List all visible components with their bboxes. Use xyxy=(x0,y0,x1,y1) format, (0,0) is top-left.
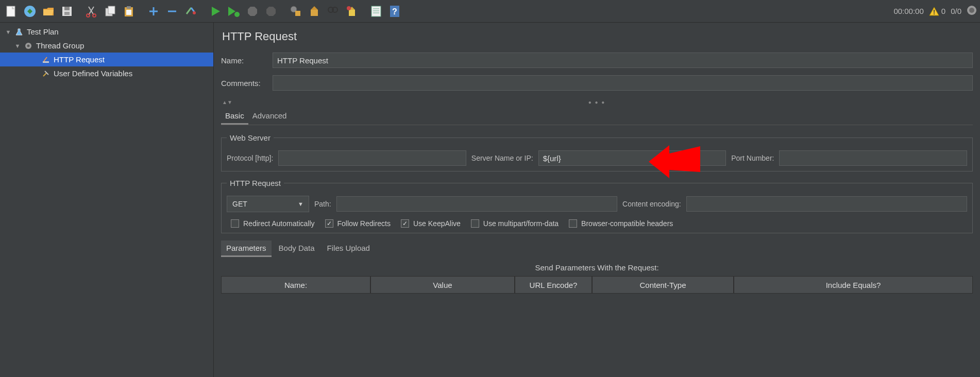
warn-count: 0 xyxy=(941,7,945,15)
encoding-input[interactable] xyxy=(686,196,967,212)
comments-label: Comments: xyxy=(221,79,267,88)
subtab-body-data[interactable]: Body Data xyxy=(274,241,320,257)
toolbar: ? 00:00:00 ! 0 0/0 xyxy=(0,0,980,23)
col-name[interactable]: Name: xyxy=(221,276,370,294)
svg-rect-23 xyxy=(295,11,300,16)
toolbar-status: 00:00:00 ! 0 0/0 xyxy=(893,5,977,17)
clear-all-icon[interactable] xyxy=(306,3,323,20)
sampler-icon xyxy=(41,55,50,64)
stop-icon[interactable] xyxy=(244,3,261,20)
svg-point-39 xyxy=(969,8,974,13)
toolbar-left: ? xyxy=(3,3,403,20)
tree-thread-group[interactable]: ▼ Thread Group xyxy=(0,39,213,53)
svg-text:!: ! xyxy=(933,9,935,16)
chk-redirect-auto[interactable]: Redirect Automatically xyxy=(231,219,315,228)
shutdown-icon[interactable] xyxy=(263,3,279,20)
path-label: Path: xyxy=(314,200,331,208)
chk-follow-redirects[interactable]: Follow Redirects xyxy=(325,219,391,228)
protocol-input[interactable] xyxy=(278,150,466,166)
name-label: Name: xyxy=(221,56,267,65)
path-input[interactable] xyxy=(336,196,617,212)
chk-browser-compat[interactable]: Browser-compatible headers xyxy=(569,219,673,228)
row-comments: Comments: xyxy=(221,75,973,91)
legend-webserver: Web Server xyxy=(227,133,274,142)
tab-basic[interactable]: Basic xyxy=(221,108,248,125)
name-input[interactable] xyxy=(273,53,973,68)
chk-keepalive[interactable]: Use KeepAlive xyxy=(401,219,461,228)
config-tabs: Basic Advanced xyxy=(221,108,973,125)
expand-icon[interactable] xyxy=(145,3,162,20)
collapse-icon[interactable] xyxy=(164,3,180,20)
svg-rect-24 xyxy=(311,10,318,16)
reset-search-icon[interactable] xyxy=(343,3,360,20)
save-icon[interactable] xyxy=(59,3,75,20)
row-name: Name: xyxy=(221,53,973,68)
server-status-icon[interactable] xyxy=(967,5,977,17)
param-tabs: Parameters Body Data Files Upload xyxy=(221,241,973,257)
tree-http-request[interactable]: HTTP Request xyxy=(0,53,213,66)
run-notimer-icon[interactable] xyxy=(226,3,242,20)
clear-icon[interactable] xyxy=(288,3,304,20)
svg-rect-9 xyxy=(108,6,115,14)
col-content-type[interactable]: Content-Type xyxy=(592,276,734,294)
params-table-header: Name: Value URL Encode? Content-Type Inc… xyxy=(221,276,973,294)
cut-icon[interactable] xyxy=(83,3,100,20)
tree-label: Thread Group xyxy=(36,41,84,50)
encoding-label: Content encoding: xyxy=(622,200,681,208)
svg-rect-0 xyxy=(7,6,15,16)
svg-point-6 xyxy=(87,14,90,17)
open-icon[interactable] xyxy=(40,3,57,20)
col-include-equals[interactable]: Include Equals? xyxy=(734,276,973,294)
checkbox-row: Redirect Automatically Follow Redirects … xyxy=(227,219,967,228)
tree-test-plan[interactable]: ▼ Test Plan xyxy=(0,25,213,39)
svg-rect-4 xyxy=(64,7,70,10)
subtab-files-upload[interactable]: Files Upload xyxy=(322,241,375,257)
comments-input[interactable] xyxy=(273,75,973,91)
thread-count: 0/0 xyxy=(951,7,961,15)
help-icon[interactable]: ? xyxy=(386,3,403,20)
splitter-handle[interactable]: ⋮ xyxy=(214,200,215,205)
tree-label: User Defined Variables xyxy=(54,69,132,78)
svg-text:?: ? xyxy=(392,7,397,16)
chk-multipart[interactable]: Use multipart/form-data xyxy=(471,219,559,228)
tree-label: Test Plan xyxy=(27,27,59,36)
port-input[interactable] xyxy=(779,150,967,166)
subtab-parameters[interactable]: Parameters xyxy=(221,241,272,257)
method-select[interactable]: GET ▼ xyxy=(227,196,309,212)
svg-rect-28 xyxy=(349,10,355,16)
svg-marker-20 xyxy=(248,7,257,16)
gear-icon xyxy=(24,41,33,50)
main: ▼ Test Plan ▼ Thread Group HTTP Request … xyxy=(0,23,980,377)
svg-point-7 xyxy=(93,14,96,17)
paste-icon[interactable] xyxy=(121,3,137,20)
svg-marker-17 xyxy=(212,7,220,16)
col-url-encode[interactable]: URL Encode? xyxy=(515,276,592,294)
content-panel: ⋮ HTTP Request Name: Comments: ▲▼● ● ● B… xyxy=(214,23,980,377)
svg-point-41 xyxy=(27,44,30,47)
flask-icon xyxy=(14,27,24,37)
chevron-down-icon[interactable]: ▼ xyxy=(5,29,11,35)
server-input[interactable] xyxy=(538,150,726,166)
tab-advanced[interactable]: Advanced xyxy=(248,108,291,125)
chevron-down-icon: ▼ xyxy=(298,201,303,207)
col-value[interactable]: Value xyxy=(370,276,515,294)
svg-marker-21 xyxy=(266,7,276,16)
templates-icon[interactable] xyxy=(22,3,38,20)
chevron-down-icon[interactable]: ▼ xyxy=(14,43,21,49)
collapse-bar[interactable]: ▲▼● ● ● xyxy=(221,98,973,106)
tree-user-vars[interactable]: User Defined Variables xyxy=(0,66,213,80)
copy-icon[interactable] xyxy=(102,3,119,20)
svg-marker-18 xyxy=(228,7,235,16)
protocol-label: Protocol [http]: xyxy=(227,154,273,162)
port-label: Port Number: xyxy=(731,154,774,162)
toggle-icon[interactable] xyxy=(182,3,199,20)
warning-status[interactable]: ! 0 xyxy=(929,6,945,16)
fieldset-httprequest: HTTP Request GET ▼ Path: Content encodin… xyxy=(221,179,973,233)
svg-rect-5 xyxy=(64,12,70,15)
search-icon[interactable] xyxy=(325,3,341,20)
run-icon[interactable] xyxy=(207,3,224,20)
svg-point-19 xyxy=(234,12,240,17)
function-helper-icon[interactable] xyxy=(368,3,384,20)
tools-icon xyxy=(41,69,50,78)
new-file-icon[interactable] xyxy=(3,3,20,20)
